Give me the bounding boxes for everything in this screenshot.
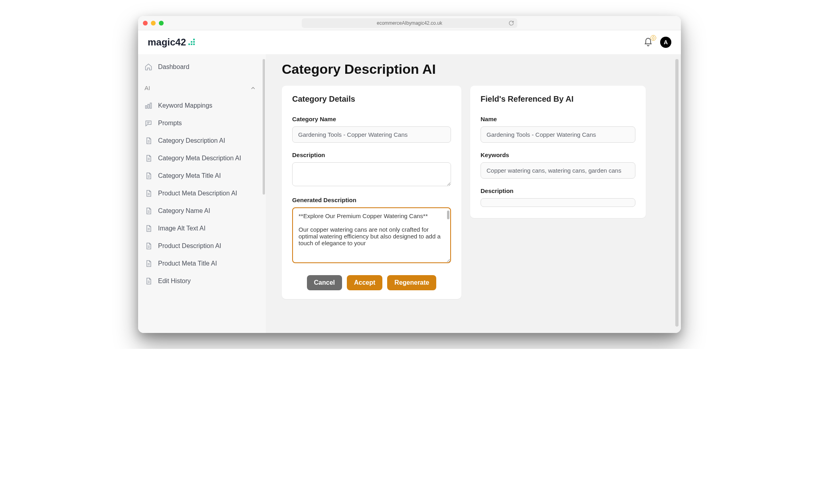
document-icon [144,189,152,197]
field-description: Description [292,152,451,188]
notification-badge: 0 [651,35,656,41]
label-description: Description [292,152,451,158]
sidebar-item-label: Image Alt Text AI [158,225,206,232]
sidebar-item-label: Category Meta Description AI [158,155,241,162]
document-icon [144,260,152,268]
app-body: Dashboard AI Keyword Mappings [138,54,681,333]
browser-titlebar: ecommerceAIbymagic42.co.uk [138,16,681,30]
window-minimize-button[interactable] [151,21,156,26]
document-icon [144,172,152,180]
svg-rect-1 [191,41,192,43]
input-category-name[interactable] [292,126,451,143]
accept-button[interactable]: Accept [347,275,382,290]
sidebar-item-label: Product Meta Description AI [158,190,237,197]
sidebar-section-ai[interactable]: AI [138,76,263,97]
textarea-description[interactable] [292,162,451,186]
input-ref-keywords[interactable] [481,162,635,179]
sidebar-section-label: AI [144,85,150,91]
window-fullscreen-button[interactable] [159,21,164,26]
document-icon [144,137,152,145]
sidebar-item-dashboard[interactable]: Dashboard [138,58,263,76]
sidebar: Dashboard AI Keyword Mappings [138,54,266,333]
label-ref-description: Description [481,187,635,194]
sidebar-item-category-name-ai[interactable]: Category Name AI [138,202,263,220]
sidebar-item-product-meta-title-ai[interactable]: Product Meta Title AI [138,255,263,272]
app-header: magic42 0 A [138,30,681,54]
sidebar-item-edit-history[interactable]: Edit History [138,272,263,290]
input-ref-name[interactable] [481,126,635,143]
svg-rect-8 [150,103,151,108]
svg-rect-7 [148,104,149,108]
sidebar-item-label: Product Description AI [158,242,221,250]
sidebar-item-label: Prompts [158,120,182,127]
browser-url-bar[interactable]: ecommerceAIbymagic42.co.uk [302,18,517,28]
document-icon [144,242,152,250]
sidebar-item-category-meta-description-ai[interactable]: Category Meta Description AI [138,150,263,167]
field-ref-description: Description [481,187,635,207]
main-content: Category Description AI Category Details… [266,54,681,333]
notifications-button[interactable]: 0 [643,37,653,47]
sidebar-scrollbar[interactable] [263,59,265,195]
sidebar-item-label: Edit History [158,278,191,285]
bar-chart-icon [144,102,152,110]
page-title: Category Description AI [282,61,665,77]
svg-rect-2 [191,43,192,45]
svg-rect-3 [193,39,195,40]
reload-icon[interactable] [508,20,514,26]
header-tools: 0 A [643,37,671,48]
regenerate-button[interactable]: Regenerate [387,275,436,290]
browser-url-text: ecommerceAIbymagic42.co.uk [377,20,442,26]
cancel-button[interactable]: Cancel [307,275,342,290]
avatar-initial: A [664,39,668,45]
sidebar-item-label: Product Meta Title AI [158,260,217,267]
brand-logo[interactable]: magic42 [148,37,197,48]
brand-name: magic42 [148,37,186,48]
sidebar-item-label: Keyword Mappings [158,102,212,109]
window-controls [143,21,164,26]
svg-rect-5 [193,43,195,45]
input-ref-description[interactable] [481,198,635,207]
document-icon [144,207,152,215]
field-generated-description: Generated Description [292,197,451,265]
label-ref-keywords: Keywords [481,152,635,158]
label-generated-description: Generated Description [292,197,451,203]
textarea-scrollbar-thumb[interactable] [447,211,449,219]
cards-row: Category Details Category Name Descripti… [282,86,665,299]
textarea-generated-description[interactable] [292,207,451,263]
message-icon [144,119,152,127]
sidebar-item-label: Category Description AI [158,137,225,144]
sidebar-item-prompts[interactable]: Prompts [138,114,263,132]
card-heading: Field's Referenced By AI [481,94,635,104]
sidebar-item-product-meta-description-ai[interactable]: Product Meta Description AI [138,185,263,202]
field-ref-keywords: Keywords [481,152,635,179]
referenced-fields-card: Field's Referenced By AI Name Keywords D… [470,86,646,218]
avatar[interactable]: A [660,37,671,48]
sidebar-item-category-meta-title-ai[interactable]: Category Meta Title AI [138,167,263,185]
sidebar-item-category-description-ai[interactable]: Category Description AI [138,132,263,150]
category-details-card: Category Details Category Name Descripti… [282,86,461,299]
document-icon [144,277,152,285]
sidebar-item-keyword-mappings[interactable]: Keyword Mappings [138,97,263,114]
home-icon [144,63,152,71]
label-ref-name: Name [481,116,635,122]
field-ref-name: Name [481,116,635,143]
svg-rect-0 [188,43,190,45]
svg-rect-4 [193,41,195,43]
field-category-name: Category Name [292,116,451,143]
svg-rect-6 [146,106,147,108]
browser-window: ecommerceAIbymagic42.co.uk magic42 0 A [138,16,681,333]
sidebar-item-product-description-ai[interactable]: Product Description AI [138,237,263,255]
sidebar-item-label: Category Name AI [158,207,210,215]
main-scrollbar[interactable] [675,59,679,327]
actions-row: Cancel Accept Regenerate [292,275,451,290]
sidebar-item-label: Category Meta Title AI [158,172,221,179]
window-close-button[interactable] [143,21,148,26]
document-icon [144,224,152,232]
card-heading: Category Details [292,94,451,104]
chevron-up-icon [250,85,256,91]
brand-mark-icon [188,39,197,46]
app-root: magic42 0 A [138,30,681,333]
label-category-name: Category Name [292,116,451,122]
sidebar-item-image-alt-text-ai[interactable]: Image Alt Text AI [138,220,263,237]
sidebar-item-label: Dashboard [158,63,189,71]
